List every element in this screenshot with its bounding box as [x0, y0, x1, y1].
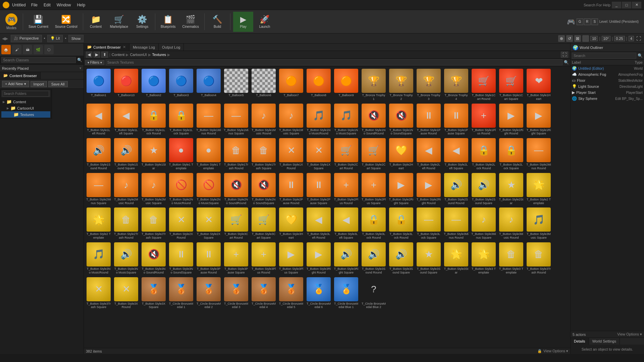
place-mode-button[interactable]: 🏠: [1, 45, 11, 54]
texture-item[interactable]: 🏆T_Bronze Trophy2: [388, 68, 415, 102]
menu-item-window[interactable]: Window: [54, 3, 74, 7]
texture-item[interactable]: ♪T_Button Style2Music Square: [140, 172, 167, 206]
cb-tab-close[interactable]: ✕: [123, 45, 126, 49]
texture-item[interactable]: ◀T_Button Style2Left Square: [443, 137, 470, 171]
texture-item[interactable]: 🔊T_Button Style2Sound Round: [443, 172, 470, 206]
save-all-button[interactable]: Save All: [48, 81, 68, 87]
texture-item[interactable]: 🔊T_Button Style2Sound Square: [470, 172, 497, 206]
texture-item[interactable]: ✕T_Button Style3Trash Square: [85, 276, 112, 310]
texture-item[interactable]: 💛T_Button Style2Heart: [388, 137, 415, 171]
texture-item[interactable]: 🔊T_Button Style3Right Square: [333, 241, 360, 276]
close-button[interactable]: ✕: [632, 2, 641, 8]
recently-placed-arrow[interactable]: ▾: [79, 66, 82, 70]
texture-item[interactable]: 🥉T_Circle BronzeMedal 1: [168, 276, 195, 310]
texture-item[interactable]: 🛒T_Button Style1Cart Round: [470, 68, 497, 102]
perspective-button[interactable]: 🎥 Perspective: [11, 35, 42, 42]
texture-item[interactable]: 🥉T_Circle BronzeMedal 4: [250, 276, 277, 310]
texture-item[interactable]: 🔊T_Button Style1Sound Round: [85, 137, 112, 171]
maximize-button[interactable]: □: [622, 2, 631, 8]
geometry-mode-button[interactable]: ⬡: [44, 45, 54, 54]
texture-item[interactable]: —T_Button Style1Minus Square: [223, 103, 250, 137]
texture-item[interactable]: 🚫T_Button Style2No MusicSquare: [195, 172, 222, 206]
wo-view-options-button[interactable]: View Options ▾: [617, 332, 642, 337]
texture-item[interactable]: 💛T_Button Style3Heart: [278, 206, 305, 241]
texture-item[interactable]: 🌟T_Button Style3Star: [443, 241, 470, 276]
actor-item[interactable]: 🌐Sky SphereEdit BP_Sky_Sp...: [571, 96, 644, 102]
texture-item[interactable]: ⏸T_Button Style3Pause Round: [195, 241, 222, 276]
filters-button[interactable]: ▾ Filters ▾: [85, 60, 104, 65]
texture-item[interactable]: ★T_Button Style2Star: [498, 172, 525, 206]
texture-item[interactable]: ▶T_Button Style3Plus Square: [278, 241, 305, 276]
texture-item[interactable]: 🥉T_Circle BronzeMedal 2: [195, 276, 222, 310]
texture-item[interactable]: 🛒T_Button Style2Cart Square: [360, 137, 387, 171]
texture-item[interactable]: 🔒T_Button Style1Lock Round: [140, 103, 167, 137]
actor-item[interactable]: 🌍Untitled (Editor)World: [571, 65, 644, 71]
texture-item[interactable]: ⏸T_Button Style2Pause Round: [278, 172, 305, 206]
show-button[interactable]: Show: [68, 35, 84, 42]
texture-item[interactable]: +T_Button Style2Plus Round: [333, 172, 360, 206]
camera-speed[interactable]: 4: [629, 36, 634, 41]
texture-item[interactable]: 🔊T_Button Style3Sound Square: [388, 241, 415, 276]
texture-item[interactable]: ▶T_Button Style3Right Round: [305, 241, 332, 276]
texture-item[interactable]: 🔊T_Button Style3Sound Round: [360, 241, 387, 276]
texture-item[interactable]: ⏸T_Button Style1Pause Round: [415, 103, 442, 137]
snap-button[interactable]: [582, 35, 589, 42]
wo-search-input[interactable]: [572, 53, 636, 59]
texture-item[interactable]: ◀T_Button Style2Left Round: [415, 137, 442, 171]
tree-item-content[interactable]: ▶ 📁 Content: [1, 99, 50, 105]
texture-item[interactable]: 🔒T_Button Style1Lock Square: [168, 103, 195, 137]
menu-item-help[interactable]: Help: [74, 3, 88, 7]
add-new-button[interactable]: + Add New ▾: [2, 81, 29, 87]
texture-item[interactable]: ?T_Circle BronzeMedal Blue 2: [360, 276, 387, 310]
texture-item[interactable]: ▶T_Button Style1Right Square: [525, 103, 552, 137]
texture-item[interactable]: 🏆T_Bronze Trophy3: [415, 68, 442, 102]
texture-item[interactable]: 🔵T_Balloon3: [168, 68, 195, 102]
actor-item[interactable]: ☁️Atmospheric FogAtmosphericFog: [571, 71, 644, 77]
cb-messagelog-tab[interactable]: Message Log: [129, 44, 159, 51]
rotate-button[interactable]: ↺: [566, 35, 573, 42]
texture-item[interactable]: ❤T_Button Style1Heart: [525, 68, 552, 102]
texture-item[interactable]: —T_Button Style1Minus Round: [195, 103, 222, 137]
marketplace-button[interactable]: 🛒 Marketplace: [107, 12, 131, 32]
texture-item[interactable]: 🟠T_Balloon7: [278, 68, 305, 102]
texture-item[interactable]: 🔇T_Button Style1No SoundSquare: [388, 103, 415, 137]
launch-button[interactable]: 🚀 Launch: [255, 12, 275, 32]
texture-item[interactable]: ⏸T_Button Style2Pause Square: [305, 172, 332, 206]
texture-item[interactable]: 🎵T_Button Style1No MusicRound: [305, 103, 332, 137]
texture-item[interactable]: ♪T_Button Style3Music Round: [498, 206, 525, 241]
texture-item[interactable]: 🗑T_Button Style2Trash Square: [140, 206, 167, 241]
menu-item-edit[interactable]: Edit: [41, 3, 53, 7]
texture-item[interactable]: 🔒T_Button Style3Lock Round: [388, 206, 415, 241]
tree-item-textures[interactable]: 📁 Textures: [1, 111, 50, 118]
texture-item[interactable]: —T_Button Style2Minus Round: [525, 137, 552, 171]
texture-item[interactable]: 🗑T_Button Style1Trash Round: [223, 137, 250, 171]
save-current-button[interactable]: 💾 Save Current: [26, 12, 51, 32]
texture-item[interactable]: 🗑T_Button Style1Trash Square: [250, 137, 277, 171]
grid-size[interactable]: 10: [590, 36, 598, 41]
texture-item[interactable]: +T_Button Style3Plus Round: [250, 241, 277, 276]
texture-item[interactable]: 🔇T_Button Style1No SoundRound: [360, 103, 387, 137]
landscape-mode-button[interactable]: 🏔: [23, 45, 32, 54]
stat-button[interactable]: S: [591, 18, 598, 25]
view-options-button[interactable]: View Options ▾: [543, 349, 568, 353]
texture-item[interactable]: 🥉T_Circle BronzeMedal 3: [223, 276, 250, 310]
texture-item[interactable]: ♪T_Button Style1Music Square: [278, 103, 305, 137]
blueprints-button[interactable]: 📋 Blueprints: [158, 12, 178, 32]
texture-item[interactable]: 🛒T_Button Style1Cart Square: [498, 68, 525, 102]
texture-item[interactable]: ✕T_Button Style2X Round: [168, 206, 195, 241]
content-button[interactable]: 📁 Content: [86, 12, 106, 32]
scale-button[interactable]: ⊠: [574, 35, 581, 42]
texture-item[interactable]: 🔒T_Button Style2Lock Round: [470, 137, 497, 171]
texture-item[interactable]: 🥉T_Circle BronzeMedal 5: [278, 276, 305, 310]
texture-item[interactable]: 🟠T_Balloon9: [333, 68, 360, 102]
cinematics-button[interactable]: 🎬 Cinematics: [180, 12, 202, 32]
lit-button[interactable]: 💡 Lit: [47, 35, 63, 42]
texture-item[interactable]: ✕T_Button Style2X Square: [195, 206, 222, 241]
texture-item[interactable]: ▶T_Button Style1Right Round: [498, 103, 525, 137]
texture-item[interactable]: 🔇T_Button Style2No SoundSquare: [250, 172, 277, 206]
texture-item[interactable]: T_Balloon5: [223, 68, 250, 102]
texture-item[interactable]: 🗑T_Button Style3Trash Round: [525, 241, 552, 276]
search-classes-icon[interactable]: 🔍: [77, 58, 82, 62]
texture-item[interactable]: 🎵T_Button Style1No MusicSquare: [333, 103, 360, 137]
maximize-viewport-button[interactable]: ⛶: [635, 35, 642, 42]
